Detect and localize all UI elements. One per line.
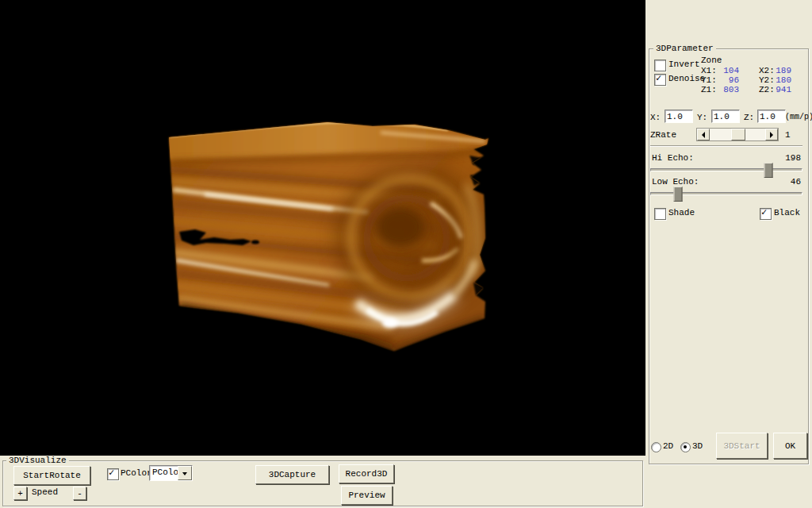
spacing-x-label: X: xyxy=(650,113,661,123)
low-echo-slider-thumb[interactable] xyxy=(673,187,682,202)
scrollbar-right-arrow-icon xyxy=(770,132,776,138)
zrate-label: ZRate xyxy=(650,130,676,140)
black-label: Black xyxy=(774,208,800,218)
zone-title: Zone xyxy=(701,56,722,66)
zrate-scroll-left-button[interactable] xyxy=(697,129,710,140)
visualize-panel: 3DVisualize StartRotate + Speed - PColor… xyxy=(0,456,645,508)
mode-2d-label: 2D xyxy=(663,441,673,452)
spacing-y-input[interactable] xyxy=(711,110,740,123)
spacing-z-input[interactable] xyxy=(757,110,786,123)
parameter-group-title: 3DParameter xyxy=(653,44,716,54)
zrate-scroll-right-button[interactable] xyxy=(765,129,778,140)
mode-3d-radio[interactable] xyxy=(680,442,691,452)
denoise-label: Denoise xyxy=(668,74,705,84)
invert-checkbox[interactable] xyxy=(654,60,666,71)
spacing-z-label: Z: xyxy=(744,113,754,123)
separator xyxy=(650,145,802,147)
zone-z2-value: 941 xyxy=(769,85,791,95)
shade-label: Shade xyxy=(668,208,695,218)
start3d-button[interactable]: 3DStart xyxy=(716,433,768,459)
3d-viewport[interactable] xyxy=(0,0,645,456)
spacing-x-input[interactable] xyxy=(665,110,693,123)
pcolor-checkbox[interactable] xyxy=(107,468,119,480)
start-rotate-button[interactable]: StartRotate xyxy=(13,466,90,485)
parameter-panel: 3DParameter Invert Denoise Zone X1: 104 … xyxy=(645,0,812,508)
ok-button[interactable]: OK xyxy=(773,433,807,459)
hi-echo-slider[interactable] xyxy=(650,163,802,177)
hi-echo-slider-thumb[interactable] xyxy=(764,163,773,178)
volume-render xyxy=(0,0,645,456)
pcolor-label: PColor xyxy=(121,468,152,479)
zone-z1-label: Z1: xyxy=(701,85,717,95)
zone-z1-value: 803 xyxy=(715,85,739,95)
mode-2d-radio[interactable] xyxy=(651,442,661,452)
dropdown-arrow-icon xyxy=(182,472,187,478)
speed-plus-button[interactable]: + xyxy=(13,487,27,500)
visualize-group-title: 3DVisualize xyxy=(6,456,69,466)
denoise-checkbox[interactable] xyxy=(654,74,666,86)
mode-3d-label: 3D xyxy=(692,441,703,452)
capture-button[interactable]: 3DCapture xyxy=(255,465,329,484)
spacing-y-label: Y: xyxy=(697,113,707,123)
black-checkbox[interactable] xyxy=(760,208,772,220)
shade-checkbox[interactable] xyxy=(654,208,666,220)
speed-minus-button[interactable]: - xyxy=(73,487,86,500)
hi-echo-slider-track[interactable] xyxy=(650,168,802,171)
zrate-scroll-thumb[interactable] xyxy=(731,129,745,140)
zrate-scrollbar[interactable] xyxy=(696,128,779,141)
scrollbar-left-arrow-icon xyxy=(699,132,705,138)
zrate-value: 1 xyxy=(785,130,791,140)
pcolor-dropdown[interactable]: PColor xyxy=(149,465,193,481)
speed-label: Speed xyxy=(32,487,58,498)
record-button[interactable]: Record3D xyxy=(339,464,394,483)
preview-button[interactable]: Preview xyxy=(341,486,393,505)
invert-label: Invert xyxy=(668,60,700,70)
pcolor-dropdown-button[interactable] xyxy=(178,466,192,480)
low-echo-slider[interactable] xyxy=(650,187,802,201)
spacing-unit-label: (mm/p) xyxy=(785,112,812,122)
app-window: 3DParameter Invert Denoise Zone X1: 104 … xyxy=(0,0,812,508)
